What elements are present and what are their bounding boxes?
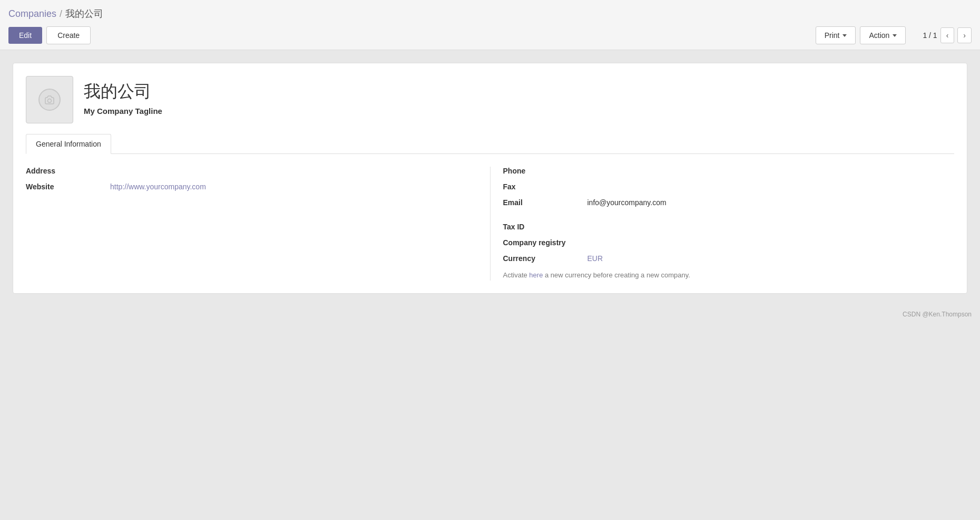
company-registry-label: Company registry: [503, 238, 587, 247]
breadcrumb-companies-link[interactable]: Companies: [8, 8, 56, 20]
main-content: 我的公司 My Company Tagline General Informat…: [0, 50, 980, 306]
activate-here-link[interactable]: here: [529, 271, 543, 279]
tax-id-field-row: Tax ID: [503, 223, 955, 231]
website-link[interactable]: http://www.yourcompany.com: [110, 182, 206, 191]
breadcrumb-current: 我的公司: [65, 7, 103, 20]
activate-text-prefix: Activate: [503, 271, 530, 279]
next-button[interactable]: ›: [957, 27, 972, 43]
record-header: 我的公司 My Company Tagline: [26, 76, 954, 123]
print-button[interactable]: Print: [816, 26, 856, 44]
toolbar: Edit Create Print Action 1 / 1 ‹ ›: [8, 22, 972, 50]
record-title: 我的公司 My Company Tagline: [84, 76, 162, 115]
currency-label: Currency: [503, 254, 587, 263]
fields-col-right: Phone Fax Email info@yourcompany.com Tax…: [490, 167, 955, 281]
currency-value: EUR: [587, 254, 603, 263]
record-card: 我的公司 My Company Tagline General Informat…: [13, 63, 967, 294]
action-label: Action: [869, 31, 889, 40]
currency-field-row: Currency EUR: [503, 254, 955, 263]
email-value: info@yourcompany.com: [587, 198, 667, 207]
phone-label: Phone: [503, 167, 587, 175]
website-value: http://www.yourcompany.com: [110, 182, 206, 191]
company-name: 我的公司: [84, 80, 162, 103]
breadcrumb: Companies / 我的公司: [8, 4, 972, 22]
address-label: Address: [26, 167, 110, 175]
email-label: Email: [503, 198, 587, 207]
website-field-row: Website http://www.yourcompany.com: [26, 182, 477, 191]
action-caret-icon: [893, 34, 897, 37]
company-registry-field-row: Company registry: [503, 238, 955, 247]
pagination: 1 / 1 ‹ ›: [923, 27, 972, 43]
activate-currency-text: Activate here a new currency before crea…: [503, 270, 955, 281]
currency-link[interactable]: EUR: [587, 254, 603, 263]
fields-col-left: Address Website http://www.yourcompany.c…: [26, 167, 490, 281]
breadcrumb-separator: /: [60, 8, 62, 20]
edit-button[interactable]: Edit: [8, 27, 42, 44]
activate-text-suffix: a new currency before creating a new com…: [543, 271, 690, 279]
fax-label: Fax: [503, 182, 587, 191]
company-tagline: My Company Tagline: [84, 107, 162, 115]
camera-icon: [38, 88, 61, 111]
website-label: Website: [26, 182, 110, 191]
tabs: General Information: [26, 134, 954, 154]
tax-id-label: Tax ID: [503, 223, 587, 231]
create-button[interactable]: Create: [46, 26, 91, 44]
pagination-label: 1 / 1: [923, 31, 937, 40]
footer-note: CSDN @Ken.Thompson: [0, 306, 980, 322]
print-label: Print: [825, 31, 840, 40]
prev-button[interactable]: ‹: [940, 27, 955, 43]
company-avatar[interactable]: [26, 76, 73, 123]
fields-section: Address Website http://www.yourcompany.c…: [26, 167, 954, 281]
email-field-row: Email info@yourcompany.com: [503, 198, 955, 207]
action-button[interactable]: Action: [860, 26, 906, 44]
fax-field-row: Fax: [503, 182, 955, 191]
phone-field-row: Phone: [503, 167, 955, 175]
tab-general-information[interactable]: General Information: [26, 134, 111, 154]
print-caret-icon: [842, 34, 847, 37]
address-field-row: Address: [26, 167, 477, 175]
svg-point-0: [39, 89, 60, 110]
